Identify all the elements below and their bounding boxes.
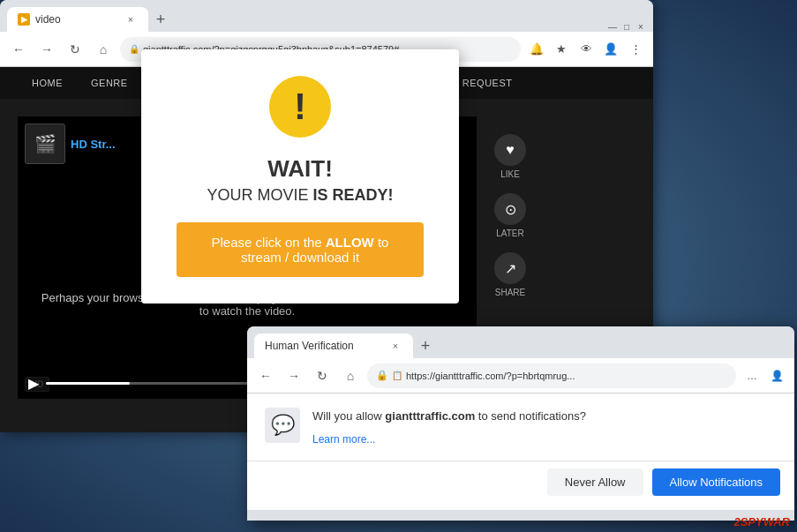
front-profile-icon[interactable]: 👤 bbox=[766, 365, 787, 386]
front-nav-back-button[interactable]: ← bbox=[254, 364, 277, 387]
maximize-button[interactable]: □ bbox=[621, 21, 632, 32]
front-nav-forward-button[interactable]: → bbox=[282, 364, 305, 387]
notifications-icon[interactable]: 🔔 bbox=[526, 39, 547, 60]
notification-dialog: 💬 Will you allow giantttraffic.com to se… bbox=[247, 393, 794, 510]
later-button[interactable]: ⊙ LATER bbox=[494, 193, 526, 238]
share-icon: ↗ bbox=[494, 252, 526, 284]
lock-icon: 🔒 bbox=[129, 44, 139, 54]
share-label: SHARE bbox=[495, 288, 525, 297]
front-address-bar[interactable]: 🔒 📋 https://giantttraffic.com/?p=hbrtqmr… bbox=[367, 363, 736, 388]
front-browser-window: Human Verification × + ← → ↻ ⌂ 🔒 📋 https… bbox=[247, 326, 794, 521]
progress-fill bbox=[46, 382, 130, 385]
back-tab-label: video bbox=[35, 13, 61, 26]
back-new-tab-button[interactable]: + bbox=[148, 7, 173, 32]
later-label: LATER bbox=[496, 229, 524, 238]
back-window-controls: — □ × bbox=[607, 21, 646, 32]
back-browser-actions: 🔔 ★ 👁 👤 ⋮ bbox=[526, 39, 646, 60]
like-label: LIKE bbox=[500, 169, 520, 179]
back-tab-bar: ▶ video × + — □ × bbox=[0, 0, 653, 32]
allow-notifications-button[interactable]: Allow Notifications bbox=[652, 468, 781, 496]
front-new-tab-button[interactable]: + bbox=[413, 333, 438, 358]
watermark: 2SPYWAR bbox=[733, 515, 790, 528]
bookmark-icon[interactable]: ★ bbox=[551, 39, 572, 60]
front-tab-close-icon[interactable]: × bbox=[388, 339, 402, 353]
nav-request[interactable]: REQUEST bbox=[448, 67, 527, 99]
back-browser-tab[interactable]: ▶ video × bbox=[7, 7, 148, 32]
notification-domain: giantttraffic.com bbox=[385, 409, 475, 423]
share-button[interactable]: ↗ SHARE bbox=[494, 252, 526, 297]
front-address-text: https://giantttraffic.com/?p=hbrtqmrug..… bbox=[406, 371, 575, 381]
notification-chat-icon: 💬 bbox=[265, 408, 300, 443]
back-nav-refresh-button[interactable]: ↻ bbox=[64, 38, 86, 61]
front-toolbar-actions: … 👤 bbox=[741, 365, 787, 386]
wait-subtitle: YOUR MOVIE IS READY! bbox=[177, 186, 424, 205]
back-tab-favicon: ▶ bbox=[18, 13, 30, 26]
front-tab-bar: Human Verification × + bbox=[247, 326, 794, 358]
close-window-button[interactable]: × bbox=[635, 21, 646, 32]
front-tab-label: Human Verification bbox=[265, 340, 354, 352]
allow-stream-button[interactable]: Please click on the ALLOW to stream / do… bbox=[177, 222, 424, 277]
notification-body: 💬 Will you allow giantttraffic.com to se… bbox=[247, 393, 794, 461]
front-browser-toolbar: ← → ↻ ⌂ 🔒 📋 https://giantttraffic.com/?p… bbox=[247, 358, 794, 393]
front-browser-tab[interactable]: Human Verification × bbox=[254, 333, 413, 358]
video-sidebar: ♥ LIKE ⊙ LATER ↗ SHARE bbox=[494, 116, 526, 297]
never-allow-button[interactable]: Never Allow bbox=[547, 468, 643, 496]
nav-home[interactable]: HOME bbox=[18, 67, 77, 99]
back-nav-home-button[interactable]: ⌂ bbox=[92, 38, 115, 61]
notification-message: Will you allow giantttraffic.com to send… bbox=[312, 408, 777, 425]
front-lock-icon: 🔒 bbox=[376, 370, 388, 381]
notification-buttons: Never Allow Allow Notifications bbox=[247, 461, 794, 510]
film-icon: 🎬 bbox=[25, 124, 65, 164]
wait-popup: ! WAIT! YOUR MOVIE IS READY! Please clic… bbox=[141, 49, 459, 303]
notification-text: Will you allow giantttraffic.com to send… bbox=[312, 408, 777, 446]
learn-more-link[interactable]: Learn more... bbox=[312, 433, 375, 446]
like-button[interactable]: ♥ LIKE bbox=[494, 134, 526, 179]
back-tab-close-icon[interactable]: × bbox=[124, 12, 138, 26]
nav-genre[interactable]: GENRE bbox=[77, 67, 142, 99]
front-nav-home-button[interactable]: ⌂ bbox=[339, 364, 362, 387]
wait-title: WAIT! bbox=[177, 155, 424, 183]
front-menu-dots[interactable]: … bbox=[741, 365, 763, 386]
front-nav-refresh-button[interactable]: ↻ bbox=[311, 364, 334, 387]
warning-icon: ! bbox=[269, 76, 331, 138]
view-icon[interactable]: 👁 bbox=[575, 39, 597, 60]
front-address-icon: 📋 bbox=[392, 371, 402, 380]
hd-stream-label: HD Str... bbox=[71, 138, 116, 151]
profile-icon[interactable]: 👤 bbox=[600, 39, 621, 60]
like-icon: ♥ bbox=[494, 134, 526, 166]
menu-icon[interactable]: ⋮ bbox=[625, 39, 646, 60]
back-nav-forward-button[interactable]: → bbox=[35, 38, 58, 61]
later-icon: ⊙ bbox=[494, 193, 526, 225]
play-button[interactable]: ▶ bbox=[28, 375, 39, 392]
back-nav-back-button[interactable]: ← bbox=[7, 38, 30, 61]
minimize-button[interactable]: — bbox=[607, 21, 618, 32]
